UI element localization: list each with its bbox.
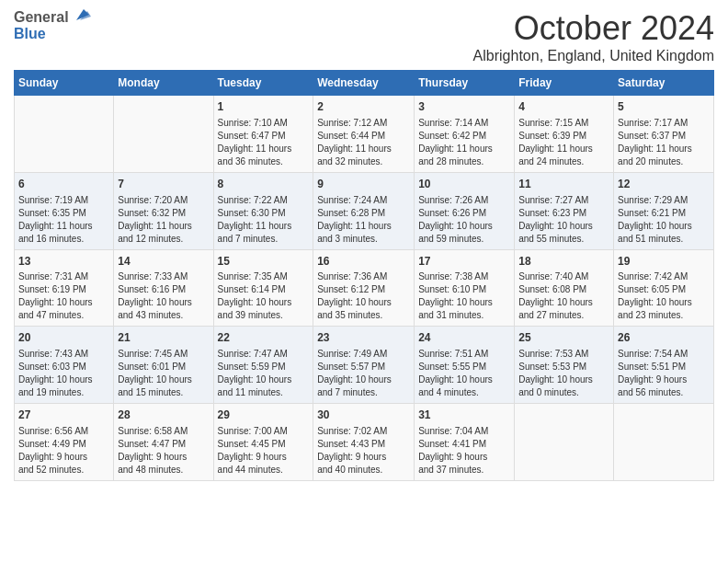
day-number: 9	[317, 177, 410, 192]
day-info: Sunrise: 7:36 AM Sunset: 6:12 PM Dayligh…	[317, 270, 410, 322]
calendar-week-row: 6Sunrise: 7:19 AM Sunset: 6:35 PM Daylig…	[15, 172, 714, 249]
calendar-day-6: 6Sunrise: 7:19 AM Sunset: 6:35 PM Daylig…	[15, 172, 114, 249]
day-number: 16	[317, 254, 410, 270]
calendar-day-16: 16Sunrise: 7:36 AM Sunset: 6:12 PM Dayli…	[313, 249, 415, 327]
location: Albrighton, England, United Kingdom	[473, 48, 714, 64]
calendar-day-17: 17Sunrise: 7:38 AM Sunset: 6:10 PM Dayli…	[415, 249, 515, 327]
calendar-week-row: 13Sunrise: 7:31 AM Sunset: 6:19 PM Dayli…	[15, 249, 714, 327]
day-number: 2	[317, 99, 410, 115]
day-info: Sunrise: 6:58 AM Sunset: 4:47 PM Dayligh…	[118, 425, 209, 477]
calendar-day-3: 3Sunrise: 7:14 AM Sunset: 6:42 PM Daylig…	[415, 96, 515, 173]
day-number: 26	[618, 330, 710, 346]
calendar-week-row: 20Sunrise: 7:43 AM Sunset: 6:03 PM Dayli…	[15, 327, 714, 404]
month-title: October 2024	[473, 9, 714, 48]
day-info: Sunrise: 7:00 AM Sunset: 4:45 PM Dayligh…	[218, 425, 310, 477]
calendar-day-27: 27Sunrise: 6:56 AM Sunset: 4:49 PM Dayli…	[15, 404, 114, 481]
day-info: Sunrise: 7:17 AM Sunset: 6:37 PM Dayligh…	[618, 117, 710, 168]
day-number: 21	[118, 330, 209, 346]
day-number: 10	[418, 177, 510, 192]
day-number: 5	[618, 99, 710, 115]
calendar-week-row: 1Sunrise: 7:10 AM Sunset: 6:47 PM Daylig…	[15, 96, 714, 173]
calendar-day-9: 9Sunrise: 7:24 AM Sunset: 6:28 PM Daylig…	[313, 172, 415, 249]
calendar-day-19: 19Sunrise: 7:42 AM Sunset: 6:05 PM Dayli…	[614, 249, 714, 327]
calendar-day-18: 18Sunrise: 7:40 AM Sunset: 6:08 PM Dayli…	[515, 249, 614, 327]
calendar-day-31: 31Sunrise: 7:04 AM Sunset: 4:41 PM Dayli…	[415, 404, 515, 481]
calendar-day-15: 15Sunrise: 7:35 AM Sunset: 6:14 PM Dayli…	[213, 249, 313, 327]
calendar-day-20: 20Sunrise: 7:43 AM Sunset: 6:03 PM Dayli…	[15, 327, 114, 404]
day-info: Sunrise: 7:15 AM Sunset: 6:39 PM Dayligh…	[518, 117, 609, 168]
calendar-day-7: 7Sunrise: 7:20 AM Sunset: 6:32 PM Daylig…	[114, 172, 213, 249]
day-info: Sunrise: 7:40 AM Sunset: 6:08 PM Dayligh…	[518, 270, 609, 322]
calendar-day-11: 11Sunrise: 7:27 AM Sunset: 6:23 PM Dayli…	[515, 172, 614, 249]
day-number: 6	[18, 177, 109, 192]
calendar-day-25: 25Sunrise: 7:53 AM Sunset: 5:53 PM Dayli…	[515, 327, 614, 404]
day-info: Sunrise: 7:26 AM Sunset: 6:26 PM Dayligh…	[418, 194, 510, 246]
day-info: Sunrise: 7:14 AM Sunset: 6:42 PM Dayligh…	[418, 117, 510, 168]
calendar-empty-cell	[614, 404, 714, 481]
calendar-week-row: 27Sunrise: 6:56 AM Sunset: 4:49 PM Dayli…	[15, 404, 714, 481]
calendar-day-24: 24Sunrise: 7:51 AM Sunset: 5:55 PM Dayli…	[415, 327, 515, 404]
day-number: 20	[18, 330, 109, 346]
day-number: 29	[218, 408, 310, 423]
day-number: 18	[518, 254, 609, 270]
calendar-day-29: 29Sunrise: 7:00 AM Sunset: 4:45 PM Dayli…	[213, 404, 313, 481]
day-info: Sunrise: 7:33 AM Sunset: 6:16 PM Dayligh…	[118, 270, 209, 322]
day-info: Sunrise: 7:02 AM Sunset: 4:43 PM Dayligh…	[317, 425, 410, 477]
day-number: 28	[118, 408, 209, 423]
header-sunday: Sunday	[15, 71, 114, 96]
calendar-day-2: 2Sunrise: 7:12 AM Sunset: 6:44 PM Daylig…	[313, 96, 415, 173]
day-info: Sunrise: 7:22 AM Sunset: 6:30 PM Dayligh…	[218, 194, 310, 246]
header-monday: Monday	[114, 71, 213, 96]
day-number: 15	[218, 254, 310, 270]
calendar-day-13: 13Sunrise: 7:31 AM Sunset: 6:19 PM Dayli…	[15, 249, 114, 327]
day-number: 14	[118, 254, 209, 270]
calendar-day-4: 4Sunrise: 7:15 AM Sunset: 6:39 PM Daylig…	[515, 96, 614, 173]
calendar-day-8: 8Sunrise: 7:22 AM Sunset: 6:30 PM Daylig…	[213, 172, 313, 249]
logo-icon	[71, 6, 91, 26]
calendar-day-1: 1Sunrise: 7:10 AM Sunset: 6:47 PM Daylig…	[213, 96, 313, 173]
day-info: Sunrise: 7:45 AM Sunset: 6:01 PM Dayligh…	[118, 348, 209, 399]
day-number: 4	[518, 99, 609, 115]
day-info: Sunrise: 7:43 AM Sunset: 6:03 PM Dayligh…	[18, 348, 109, 399]
calendar-day-30: 30Sunrise: 7:02 AM Sunset: 4:43 PM Dayli…	[313, 404, 415, 481]
day-number: 22	[218, 330, 310, 346]
day-info: Sunrise: 7:54 AM Sunset: 5:51 PM Dayligh…	[618, 348, 710, 399]
calendar-day-22: 22Sunrise: 7:47 AM Sunset: 5:59 PM Dayli…	[213, 327, 313, 404]
day-info: Sunrise: 7:51 AM Sunset: 5:55 PM Dayligh…	[418, 348, 510, 399]
calendar-empty-cell	[15, 96, 114, 173]
header-thursday: Thursday	[415, 71, 515, 96]
logo: General Blue	[14, 9, 91, 42]
day-number: 23	[317, 330, 410, 346]
header-tuesday: Tuesday	[213, 71, 313, 96]
day-info: Sunrise: 7:10 AM Sunset: 6:47 PM Dayligh…	[218, 117, 310, 168]
day-info: Sunrise: 7:04 AM Sunset: 4:41 PM Dayligh…	[418, 425, 510, 477]
day-number: 17	[418, 254, 510, 270]
calendar-header: SundayMondayTuesdayWednesdayThursdayFrid…	[15, 71, 714, 96]
day-info: Sunrise: 7:38 AM Sunset: 6:10 PM Dayligh…	[418, 270, 510, 322]
title-block: October 2024 Albrighton, England, United…	[473, 9, 714, 64]
header-saturday: Saturday	[614, 71, 714, 96]
logo-general: General	[14, 9, 69, 26]
day-info: Sunrise: 7:24 AM Sunset: 6:28 PM Dayligh…	[317, 194, 410, 246]
logo-blue: Blue	[14, 26, 46, 41]
day-number: 25	[518, 330, 609, 346]
day-info: Sunrise: 7:12 AM Sunset: 6:44 PM Dayligh…	[317, 117, 410, 168]
calendar-day-10: 10Sunrise: 7:26 AM Sunset: 6:26 PM Dayli…	[415, 172, 515, 249]
day-number: 12	[618, 177, 710, 192]
day-info: Sunrise: 7:29 AM Sunset: 6:21 PM Dayligh…	[618, 194, 710, 246]
calendar-day-12: 12Sunrise: 7:29 AM Sunset: 6:21 PM Dayli…	[614, 172, 714, 249]
day-number: 19	[618, 254, 710, 270]
day-info: Sunrise: 7:19 AM Sunset: 6:35 PM Dayligh…	[18, 194, 109, 246]
day-info: Sunrise: 7:53 AM Sunset: 5:53 PM Dayligh…	[518, 348, 609, 399]
day-number: 11	[518, 177, 609, 192]
day-info: Sunrise: 7:42 AM Sunset: 6:05 PM Dayligh…	[618, 270, 710, 322]
day-number: 3	[418, 99, 510, 115]
day-number: 8	[218, 177, 310, 192]
calendar-day-21: 21Sunrise: 7:45 AM Sunset: 6:01 PM Dayli…	[114, 327, 213, 404]
calendar-day-14: 14Sunrise: 7:33 AM Sunset: 6:16 PM Dayli…	[114, 249, 213, 327]
day-info: Sunrise: 7:20 AM Sunset: 6:32 PM Dayligh…	[118, 194, 209, 246]
calendar-empty-cell	[515, 404, 614, 481]
page-header: General Blue October 2024 Albrighton, En…	[14, 9, 714, 64]
day-number: 27	[18, 408, 109, 423]
day-info: Sunrise: 6:56 AM Sunset: 4:49 PM Dayligh…	[18, 425, 109, 477]
